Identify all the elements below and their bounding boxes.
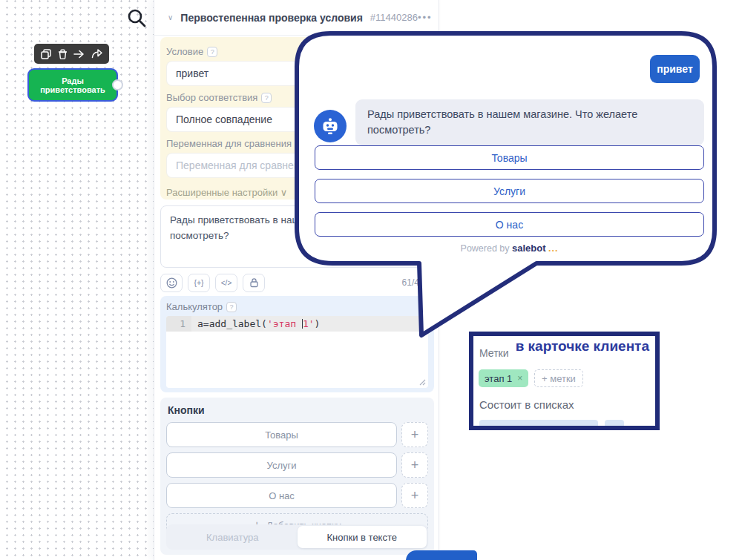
button-mode-tabs: Клавиатура Кнопки в тексте — [166, 524, 428, 550]
button-row: Товары + — [166, 422, 428, 447]
calculator-label-row: Калькулятор ? — [166, 301, 428, 312]
share-icon[interactable] — [91, 49, 102, 59]
button-row: О нас + — [166, 483, 428, 508]
resize-handle-icon[interactable] — [424, 258, 431, 265]
flag-chevron-icon[interactable]: ∨ — [168, 13, 173, 22]
list-item-partial — [605, 420, 624, 430]
help-icon[interactable]: ? — [207, 47, 217, 57]
condition-input[interactable] — [166, 61, 428, 86]
calculator-section: Калькулятор ? 1 a=add_label('этап 1') — [160, 296, 434, 392]
client-card-title: в карточке клиента — [516, 338, 649, 355]
list-item-partial — [479, 420, 598, 430]
help-icon[interactable]: ? — [261, 93, 272, 103]
match-type-label: Выбор соответствия — [166, 92, 257, 103]
emoji-icon[interactable] — [160, 274, 183, 292]
client-card-callout: в карточке клиента Метки этап 1 × + метк… — [469, 332, 660, 430]
preview-button-tovary[interactable]: Товары — [315, 145, 704, 170]
lock-icon[interactable] — [243, 274, 265, 292]
salebot-logo[interactable]: salebot — [512, 243, 546, 254]
add-branch-button[interactable]: + — [401, 422, 428, 447]
preview-user-message: привет — [650, 55, 700, 83]
preview-button-uslugi[interactable]: Услуги — [315, 179, 704, 203]
powered-by-text: Powered by — [461, 243, 512, 254]
buttons-section: Кнопки Товары + Услуги + О нас + + Добав… — [160, 398, 434, 555]
brand-dots: ... — [548, 243, 558, 254]
robot-icon — [320, 116, 341, 136]
line-number: 1 — [166, 316, 191, 332]
bot-flow-canvas[interactable]: Рады приветствовать — [0, 0, 154, 560]
more-menu-icon[interactable]: ••• — [418, 12, 433, 23]
tag-text: этап 1 — [485, 373, 512, 384]
node-toolbar — [34, 44, 109, 64]
node-connector-port[interactable] — [112, 79, 123, 90]
bot-button-o-nas[interactable]: О нас — [166, 483, 397, 508]
arrow-right-icon[interactable] — [73, 50, 85, 59]
bot-avatar — [314, 110, 347, 142]
button-row: Услуги + — [166, 452, 428, 478]
panel-header: ∨ Первостепенная проверка условия #11440… — [154, 0, 439, 36]
search-icon[interactable] — [126, 7, 147, 28]
condition-label: Условие — [166, 46, 203, 57]
code-line-1: 1 a=add_label('этап 1') — [166, 316, 428, 332]
app-stage: Рады приветствовать ∨ Первостепенная про… — [0, 0, 742, 560]
bot-button-uslugi[interactable]: Услуги — [166, 452, 397, 478]
node-id: #11440286 — [370, 12, 418, 23]
message-toolbar: {+} </> 61/4000 — [160, 273, 434, 292]
preview-button-o-nas[interactable]: О нас — [315, 212, 704, 237]
node-settings-panel: ∨ Первостепенная проверка условия #11440… — [154, 0, 439, 560]
buttons-section-label: Кнопки — [168, 404, 428, 416]
char-counter: 61/4000 — [402, 277, 434, 288]
resize-handle-icon[interactable] — [419, 379, 426, 386]
flow-node-greeting[interactable]: Рады приветствовать — [27, 68, 118, 102]
help-icon[interactable]: ? — [295, 139, 306, 149]
tab-inline-buttons[interactable]: Кнопки в тексте — [298, 526, 427, 548]
preview-bot-message: Рады приветствовать в нашем магазине. Чт… — [355, 99, 704, 145]
copy-icon[interactable] — [41, 49, 51, 59]
condition-label-row: Условие ? — [166, 46, 428, 57]
flow-node-label: Рады приветствовать — [29, 76, 116, 94]
add-tag-button[interactable]: + метки — [534, 369, 583, 387]
calculator-code-editor[interactable]: 1 a=add_label('этап 1') — [166, 316, 428, 388]
calculator-label: Калькулятор — [166, 301, 223, 312]
add-branch-button[interactable]: + — [401, 483, 428, 508]
insert-variable-icon[interactable]: {+} — [188, 274, 210, 292]
help-icon[interactable]: ? — [226, 302, 237, 312]
panel-title: Первостепенная проверка условия — [180, 12, 363, 24]
code-content: a=add_label('этап 1') — [191, 316, 320, 332]
bot-button-tovary[interactable]: Товары — [166, 422, 397, 447]
tab-keyboard[interactable]: Клавиатура — [168, 526, 298, 548]
trash-icon[interactable] — [58, 49, 68, 59]
compare-variable-label: Переменная для сравнения — [166, 138, 292, 149]
remove-tag-icon[interactable]: × — [517, 373, 522, 383]
lists-title: Состоит в списках — [479, 398, 574, 411]
labels-title: Метки — [479, 347, 509, 359]
label-tag-etap1: этап 1 × — [479, 369, 528, 387]
add-branch-button[interactable]: + — [401, 452, 428, 478]
code-icon[interactable]: </> — [215, 274, 237, 292]
save-button-partial[interactable] — [406, 550, 477, 560]
powered-by-row: Powered by salebot ... — [315, 243, 704, 254]
